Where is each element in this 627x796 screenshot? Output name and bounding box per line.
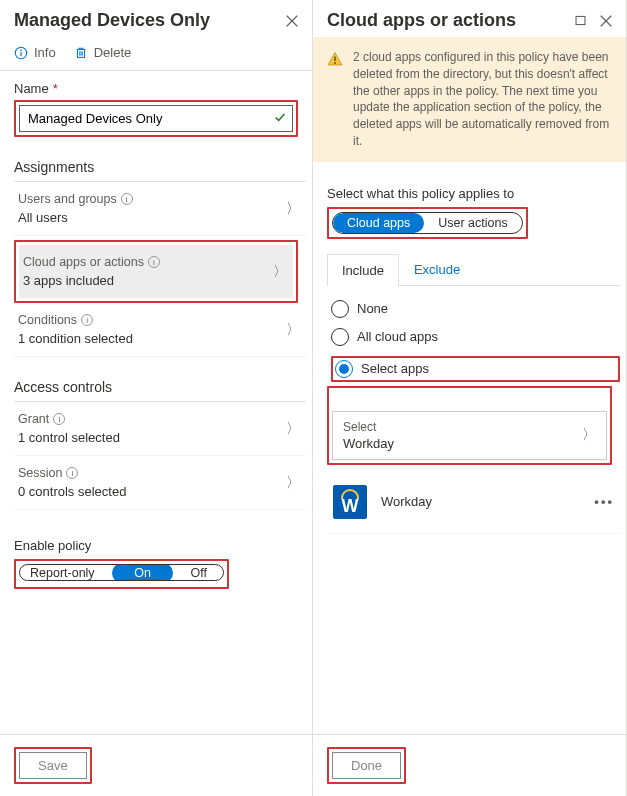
svg-rect-5 [334,57,335,62]
svg-rect-4 [576,16,585,24]
enable-policy-label: Enable policy [14,538,306,553]
save-button[interactable]: Save [19,752,87,779]
warning-icon [327,51,343,150]
info-icon: i [66,467,78,479]
chevron-right-icon: 〉 [286,420,300,438]
assignments-heading: Assignments [14,159,306,182]
info-icon: i [53,413,65,425]
app-row-workday: W Workday ••• [327,471,620,534]
chevron-right-icon: 〉 [286,474,300,492]
select-what-label: Select what this policy applies to [327,186,620,201]
svg-point-6 [334,62,336,64]
info-button[interactable]: Info [14,45,56,60]
maximize-icon[interactable] [572,13,588,29]
info-label: Info [34,45,56,60]
delete-label: Delete [94,45,132,60]
checkmark-icon [273,110,287,127]
warning-banner: 2 cloud apps configured in this policy h… [313,37,626,162]
svg-rect-2 [20,52,21,56]
row-conditions[interactable]: Conditionsi 1 condition selected 〉 [14,303,306,357]
warning-text: 2 cloud apps configured in this policy h… [353,49,612,150]
radio-all-cloud-apps[interactable]: All cloud apps [331,328,620,346]
access-controls-heading: Access controls [14,379,306,402]
done-button[interactable]: Done [332,752,401,779]
app-icon-workday: W [333,485,367,519]
policy-scope-toggle[interactable]: Cloud apps User actions [332,212,523,234]
more-options-icon[interactable]: ••• [594,494,614,509]
pill-cloud-apps[interactable]: Cloud apps [333,213,424,233]
row-cloud-apps[interactable]: Cloud apps or actionsi 3 apps included 〉 [19,245,293,298]
name-field-label: Name* [14,81,306,96]
close-icon[interactable] [598,13,614,29]
info-icon: i [81,314,93,326]
select-apps-picker[interactable]: Select Workday 〉 [332,411,607,460]
pill-off[interactable]: Off [177,564,223,581]
app-name-label: Workday [381,494,580,509]
select-label: Select [343,420,394,434]
pill-report-only[interactable]: Report-only [20,564,109,581]
pill-on[interactable]: On [112,564,173,581]
panel-title-right: Cloud apps or actions [327,10,516,31]
tab-exclude[interactable]: Exclude [399,253,475,285]
chevron-right-icon: 〉 [286,321,300,339]
svg-point-1 [20,49,22,51]
row-grant[interactable]: Granti 1 control selected 〉 [14,402,306,456]
panel-title-left: Managed Devices Only [14,10,210,31]
radio-icon [331,300,349,318]
info-icon: i [121,193,133,205]
info-icon: i [148,256,160,268]
close-icon[interactable] [284,13,300,29]
radio-none[interactable]: None [331,300,620,318]
radio-icon [335,360,353,378]
chevron-right-icon: 〉 [582,426,596,444]
chevron-right-icon: 〉 [286,200,300,218]
radio-select-apps[interactable]: Select apps [335,360,610,378]
chevron-right-icon: 〉 [273,263,287,281]
row-session[interactable]: Sessioni 0 controls selected 〉 [14,456,306,510]
pill-user-actions[interactable]: User actions [424,213,521,233]
tab-include[interactable]: Include [327,254,399,286]
radio-icon [331,328,349,346]
select-value: Workday [343,436,394,451]
name-input[interactable] [19,105,293,132]
delete-button[interactable]: Delete [74,45,132,60]
row-users-groups[interactable]: Users and groupsi All users 〉 [14,182,306,236]
enable-policy-toggle[interactable]: Report-only On Off [19,564,224,581]
